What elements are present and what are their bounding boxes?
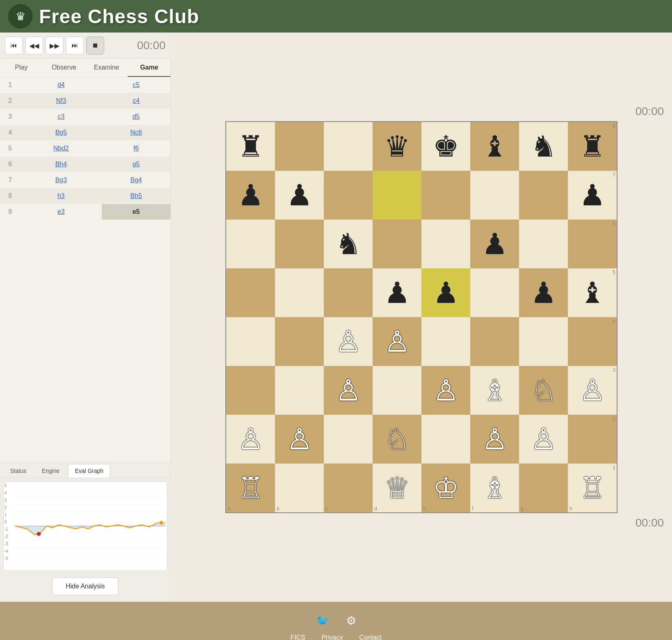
hide-analysis-button[interactable]: Hide Analysis [52,577,118,595]
square-e8[interactable]: ♚ [421,122,470,171]
square-a6[interactable] [226,220,275,268]
next-move-button[interactable]: ▶▶ [46,37,63,54]
square-h1[interactable]: ♖1h [568,464,617,512]
move-black[interactable]: Bg4 [102,172,170,188]
square-d6[interactable] [373,220,421,268]
move-white[interactable]: c3 [20,109,102,125]
square-e5[interactable]: ♟ [421,268,470,317]
move-white[interactable]: Nf3 [20,93,102,109]
square-a1[interactable]: ♖a [226,464,275,512]
square-b4[interactable] [275,317,324,366]
analysis-tab-status[interactable]: Status [3,464,33,478]
square-b6[interactable] [275,220,324,268]
square-f5[interactable] [470,268,519,317]
square-c5[interactable] [324,268,373,317]
tab-examine[interactable]: Examine [85,59,128,77]
square-c3[interactable]: ♙ [324,366,373,415]
move-white[interactable]: Nbd2 [20,141,102,157]
square-g8[interactable]: ♞ [519,122,568,171]
square-a5[interactable] [226,268,275,317]
square-c6[interactable]: ♞ [324,220,373,268]
move-black[interactable]: e5 [102,204,170,220]
square-d7[interactable] [373,171,421,220]
square-c2[interactable] [324,415,373,464]
square-b5[interactable] [275,268,324,317]
footer-privacy-link[interactable]: Privacy [321,634,343,640]
square-e3[interactable]: ♙ [421,366,470,415]
stop-button[interactable]: ⏹ [86,37,104,54]
square-b2[interactable]: ♙ [275,415,324,464]
last-move-button[interactable]: ⏭ [66,37,84,54]
move-black[interactable]: c5 [102,77,170,93]
square-b3[interactable] [275,366,324,415]
move-white[interactable]: Bg5 [20,125,102,141]
move-white[interactable]: d4 [20,77,102,93]
square-f2[interactable]: ♙ [470,415,519,464]
tab-game[interactable]: Game [128,59,170,77]
square-c4[interactable]: ♙ [324,317,373,366]
move-white[interactable]: Bg3 [20,172,102,188]
move-black[interactable]: Nc6 [102,125,170,141]
move-black[interactable]: f6 [102,141,170,157]
square-d4[interactable]: ♙ [373,317,421,366]
square-g2[interactable]: ♙ [519,415,568,464]
square-c7[interactable] [324,171,373,220]
square-c8[interactable] [324,122,373,171]
square-a8[interactable]: ♜ [226,122,275,171]
move-white[interactable]: e3 [20,204,102,220]
square-f6[interactable]: ♟ [470,220,519,268]
twitter-icon[interactable]: 🐦 [316,614,330,627]
square-g7[interactable] [519,171,568,220]
square-e2[interactable] [421,415,470,464]
square-f3[interactable]: ♗ [470,366,519,415]
tab-observe[interactable]: Observe [43,59,85,77]
move-white[interactable]: Bh4 [20,157,102,172]
square-h8[interactable]: ♜8 [568,122,617,171]
square-d1[interactable]: ♕d [373,464,421,512]
square-d8[interactable]: ♛ [373,122,421,171]
square-b7[interactable]: ♟ [275,171,324,220]
prev-move-button[interactable]: ◀◀ [25,37,43,54]
move-black[interactable]: g5 [102,157,170,172]
move-black[interactable]: c4 [102,93,170,109]
square-d5[interactable]: ♟ [373,268,421,317]
square-d2[interactable]: ♘ [373,415,421,464]
square-g3[interactable]: ♘ [519,366,568,415]
square-g5[interactable]: ♟ [519,268,568,317]
analysis-tab-eval-graph[interactable]: Eval Graph [68,464,110,478]
square-h7[interactable]: ♟7 [568,171,617,220]
square-f8[interactable]: ♝ [470,122,519,171]
square-f1[interactable]: ♗f [470,464,519,512]
move-black[interactable]: d5 [102,109,170,125]
square-h5[interactable]: ♝5 [568,268,617,317]
square-e1[interactable]: ♔e [421,464,470,512]
first-move-button[interactable]: ⏮ [5,37,23,54]
analysis-tab-engine[interactable]: Engine [35,464,67,478]
square-a4[interactable] [226,317,275,366]
square-e4[interactable] [421,317,470,366]
github-icon[interactable]: ⚙ [346,614,356,627]
square-h3[interactable]: ♙3 [568,366,617,415]
square-e7[interactable] [421,171,470,220]
square-f4[interactable] [470,317,519,366]
square-h4[interactable]: 4 [568,317,617,366]
footer-fics-link[interactable]: FICS [290,634,305,640]
square-c1[interactable]: c [324,464,373,512]
square-d3[interactable] [373,366,421,415]
square-g1[interactable]: g [519,464,568,512]
square-a3[interactable] [226,366,275,415]
square-h6[interactable]: 6 [568,220,617,268]
move-white[interactable]: h3 [20,188,102,204]
square-g6[interactable] [519,220,568,268]
square-b1[interactable]: b [275,464,324,512]
square-e6[interactable] [421,220,470,268]
square-a2[interactable]: ♙ [226,415,275,464]
square-a7[interactable]: ♟ [226,171,275,220]
move-black[interactable]: Bh5 [102,188,170,204]
square-g4[interactable] [519,317,568,366]
square-f7[interactable] [470,171,519,220]
square-b8[interactable] [275,122,324,171]
footer-contact-link[interactable]: Contact [359,634,382,640]
square-h2[interactable]: 2 [568,415,617,464]
tab-play[interactable]: Play [0,59,43,77]
